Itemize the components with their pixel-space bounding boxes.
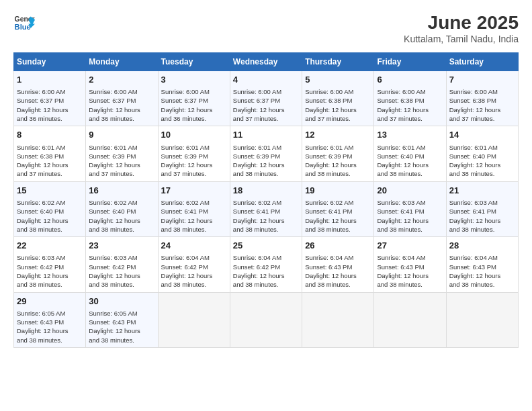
day-cell (230, 292, 302, 347)
day-cell: 18Sunrise: 6:02 AM Sunset: 6:41 PM Dayli… (230, 181, 302, 236)
header-row: SundayMondayTuesdayWednesdayThursdayFrid… (14, 53, 519, 71)
calendar-table: SundayMondayTuesdayWednesdayThursdayFrid… (13, 52, 519, 348)
day-number: 25 (233, 240, 299, 252)
day-info: Sunrise: 6:04 AM Sunset: 6:43 PM Dayligh… (305, 254, 357, 288)
day-cell: 11Sunrise: 6:01 AM Sunset: 6:39 PM Dayli… (230, 126, 302, 181)
title-section: June 2025 Kuttalam, Tamil Nadu, India (404, 12, 519, 44)
day-number: 6 (377, 74, 443, 86)
svg-text:Blue: Blue (15, 23, 31, 31)
day-number: 18 (233, 185, 299, 197)
day-cell: 22Sunrise: 6:03 AM Sunset: 6:42 PM Dayli… (14, 237, 86, 292)
header: General Blue June 2025 Kuttalam, Tamil N… (13, 12, 519, 44)
day-number: 1 (17, 74, 83, 86)
logo: General Blue (13, 12, 35, 34)
day-number: 7 (449, 74, 515, 86)
day-info: Sunrise: 6:00 AM Sunset: 6:38 PM Dayligh… (305, 88, 357, 122)
week-row-2: 8Sunrise: 6:01 AM Sunset: 6:38 PM Daylig… (14, 126, 519, 181)
day-info: Sunrise: 6:02 AM Sunset: 6:41 PM Dayligh… (161, 199, 213, 233)
header-cell-tuesday: Tuesday (158, 53, 230, 71)
day-cell: 7Sunrise: 6:00 AM Sunset: 6:38 PM Daylig… (446, 71, 518, 126)
day-cell: 12Sunrise: 6:01 AM Sunset: 6:39 PM Dayli… (302, 126, 374, 181)
day-cell: 13Sunrise: 6:01 AM Sunset: 6:40 PM Dayli… (374, 126, 446, 181)
day-number: 4 (233, 74, 299, 86)
week-row-5: 29Sunrise: 6:05 AM Sunset: 6:43 PM Dayli… (14, 292, 519, 347)
day-info: Sunrise: 6:01 AM Sunset: 6:39 PM Dayligh… (305, 144, 357, 178)
day-info: Sunrise: 6:00 AM Sunset: 6:38 PM Dayligh… (449, 88, 501, 122)
day-cell: 2Sunrise: 6:00 AM Sunset: 6:37 PM Daylig… (86, 71, 158, 126)
day-info: Sunrise: 6:01 AM Sunset: 6:39 PM Dayligh… (89, 144, 140, 178)
day-number: 22 (17, 240, 83, 252)
day-cell: 19Sunrise: 6:02 AM Sunset: 6:41 PM Dayli… (302, 181, 374, 236)
day-info: Sunrise: 6:02 AM Sunset: 6:41 PM Dayligh… (305, 199, 357, 233)
day-info: Sunrise: 6:05 AM Sunset: 6:43 PM Dayligh… (17, 310, 69, 344)
day-cell: 20Sunrise: 6:03 AM Sunset: 6:41 PM Dayli… (374, 181, 446, 236)
day-cell: 3Sunrise: 6:00 AM Sunset: 6:37 PM Daylig… (158, 71, 230, 126)
day-cell: 26Sunrise: 6:04 AM Sunset: 6:43 PM Dayli… (302, 237, 374, 292)
day-cell: 21Sunrise: 6:03 AM Sunset: 6:41 PM Dayli… (446, 181, 518, 236)
header-cell-thursday: Thursday (302, 53, 374, 71)
day-number: 28 (449, 240, 515, 252)
day-info: Sunrise: 6:03 AM Sunset: 6:42 PM Dayligh… (17, 254, 69, 288)
day-cell: 8Sunrise: 6:01 AM Sunset: 6:38 PM Daylig… (14, 126, 86, 181)
day-number: 3 (161, 74, 227, 86)
day-info: Sunrise: 6:03 AM Sunset: 6:41 PM Dayligh… (449, 199, 501, 233)
day-number: 5 (305, 74, 371, 86)
day-info: Sunrise: 6:04 AM Sunset: 6:43 PM Dayligh… (449, 254, 501, 288)
day-info: Sunrise: 6:01 AM Sunset: 6:40 PM Dayligh… (449, 144, 501, 178)
week-row-4: 22Sunrise: 6:03 AM Sunset: 6:42 PM Dayli… (14, 237, 519, 292)
day-number: 19 (305, 185, 371, 197)
day-cell (374, 292, 446, 347)
day-number: 8 (17, 129, 83, 141)
day-info: Sunrise: 6:04 AM Sunset: 6:42 PM Dayligh… (161, 254, 213, 288)
header-cell-friday: Friday (374, 53, 446, 71)
day-cell: 23Sunrise: 6:03 AM Sunset: 6:42 PM Dayli… (86, 237, 158, 292)
day-cell: 27Sunrise: 6:04 AM Sunset: 6:43 PM Dayli… (374, 237, 446, 292)
header-cell-sunday: Sunday (14, 53, 86, 71)
day-number: 15 (17, 185, 83, 197)
month-title: June 2025 (404, 12, 519, 34)
day-cell: 4Sunrise: 6:00 AM Sunset: 6:37 PM Daylig… (230, 71, 302, 126)
day-number: 10 (161, 129, 227, 141)
day-number: 2 (89, 74, 154, 86)
day-number: 21 (449, 185, 515, 197)
day-cell: 10Sunrise: 6:01 AM Sunset: 6:39 PM Dayli… (158, 126, 230, 181)
day-number: 24 (161, 240, 227, 252)
day-number: 12 (305, 129, 371, 141)
location: Kuttalam, Tamil Nadu, India (404, 34, 519, 44)
day-cell: 29Sunrise: 6:05 AM Sunset: 6:43 PM Dayli… (14, 292, 86, 347)
header-cell-monday: Monday (86, 53, 158, 71)
day-info: Sunrise: 6:03 AM Sunset: 6:42 PM Dayligh… (89, 254, 140, 288)
day-info: Sunrise: 6:00 AM Sunset: 6:37 PM Dayligh… (17, 88, 69, 122)
header-cell-wednesday: Wednesday (230, 53, 302, 71)
day-info: Sunrise: 6:02 AM Sunset: 6:40 PM Dayligh… (89, 199, 140, 233)
day-cell (446, 292, 518, 347)
day-number: 16 (89, 185, 154, 197)
day-info: Sunrise: 6:02 AM Sunset: 6:40 PM Dayligh… (17, 199, 69, 233)
day-cell: 16Sunrise: 6:02 AM Sunset: 6:40 PM Dayli… (86, 181, 158, 236)
day-info: Sunrise: 6:03 AM Sunset: 6:41 PM Dayligh… (377, 199, 429, 233)
day-info: Sunrise: 6:04 AM Sunset: 6:43 PM Dayligh… (377, 254, 429, 288)
day-cell: 25Sunrise: 6:04 AM Sunset: 6:42 PM Dayli… (230, 237, 302, 292)
day-cell: 30Sunrise: 6:05 AM Sunset: 6:43 PM Dayli… (86, 292, 158, 347)
day-cell: 1Sunrise: 6:00 AM Sunset: 6:37 PM Daylig… (14, 71, 86, 126)
day-number: 23 (89, 240, 154, 252)
day-cell: 9Sunrise: 6:01 AM Sunset: 6:39 PM Daylig… (86, 126, 158, 181)
page: General Blue June 2025 Kuttalam, Tamil N… (0, 0, 532, 355)
day-cell: 6Sunrise: 6:00 AM Sunset: 6:38 PM Daylig… (374, 71, 446, 126)
day-info: Sunrise: 6:01 AM Sunset: 6:39 PM Dayligh… (161, 144, 213, 178)
day-number: 29 (17, 295, 83, 308)
logo-icon: General Blue (13, 12, 35, 34)
day-info: Sunrise: 6:05 AM Sunset: 6:43 PM Dayligh… (89, 310, 140, 344)
day-info: Sunrise: 6:02 AM Sunset: 6:41 PM Dayligh… (233, 199, 285, 233)
day-cell: 15Sunrise: 6:02 AM Sunset: 6:40 PM Dayli… (14, 181, 86, 236)
day-number: 26 (305, 240, 371, 252)
day-cell (158, 292, 230, 347)
header-cell-saturday: Saturday (446, 53, 518, 71)
day-cell: 5Sunrise: 6:00 AM Sunset: 6:38 PM Daylig… (302, 71, 374, 126)
day-cell: 24Sunrise: 6:04 AM Sunset: 6:42 PM Dayli… (158, 237, 230, 292)
day-cell: 14Sunrise: 6:01 AM Sunset: 6:40 PM Dayli… (446, 126, 518, 181)
day-info: Sunrise: 6:01 AM Sunset: 6:39 PM Dayligh… (233, 144, 285, 178)
day-info: Sunrise: 6:01 AM Sunset: 6:38 PM Dayligh… (17, 144, 69, 178)
week-row-3: 15Sunrise: 6:02 AM Sunset: 6:40 PM Dayli… (14, 181, 519, 236)
day-cell (302, 292, 374, 347)
